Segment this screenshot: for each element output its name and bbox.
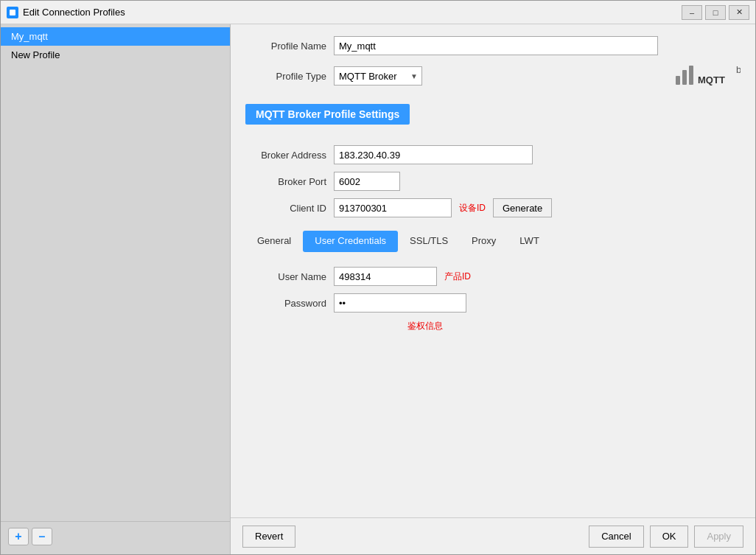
username-row: User Name 产品ID [245,267,741,286]
profile-name-input[interactable] [334,36,658,55]
client-id-input[interactable] [334,198,452,217]
generate-button[interactable]: Generate [493,198,552,217]
profile-type-label: Profile Type [245,71,334,82]
main-content: My_mqtt New Profile + – Profile Name [1,24,755,554]
profile-type-wrapper: MQTT Broker MQTT Client ▼ [334,66,422,85]
sidebar-item-my-mqtt[interactable]: My_mqtt [1,27,230,46]
profile-type-row: Profile Type MQTT Broker MQTT Client ▼ [245,63,741,89]
close-button[interactable]: ✕ [729,5,749,20]
broker-address-row: Broker Address [245,145,741,164]
minimize-button[interactable]: – [682,5,702,20]
add-profile-button[interactable]: + [8,528,29,545]
password-label: Password [245,298,334,309]
broker-port-row: Broker Port [245,172,741,191]
sidebar-footer: + – [1,521,230,551]
tab-user-credentials[interactable]: User Credentials [303,231,398,252]
svg-rect-1 [682,70,687,85]
tab-general[interactable]: General [245,231,303,252]
right-panel-wrapper: Profile Name Profile Type MQTT Broker MQ… [231,24,755,554]
profile-type-select[interactable]: MQTT Broker MQTT Client [334,66,422,85]
ok-button[interactable]: OK [650,526,689,548]
apply-button[interactable]: Apply [694,526,743,548]
password-annotation: 鉴权信息 [407,320,443,332]
type-and-logo: MQTT Broker MQTT Client ▼ [334,63,741,89]
svg-rect-0 [676,76,680,85]
broker-port-label: Broker Port [245,176,334,187]
mqtt-logo-svg: MQTT box [674,63,741,89]
maximize-button[interactable]: □ [705,5,726,20]
password-input[interactable] [334,293,466,313]
tab-lwt[interactable]: LWT [508,231,550,252]
tabs-row: General User Credentials SSL/TLS Proxy L… [245,231,741,252]
window-title: Edit Connection Profiles [23,7,125,18]
client-id-row: Client ID 设备ID Generate [245,198,741,217]
bottom-bar: Revert Cancel OK Apply [231,517,755,554]
titlebar: Edit Connection Profiles – □ ✕ [1,1,755,24]
broker-address-label: Broker Address [245,150,334,161]
main-window: Edit Connection Profiles – □ ✕ My_mqtt N… [0,0,756,555]
username-input[interactable] [334,267,437,286]
revert-button[interactable]: Revert [242,526,295,548]
remove-profile-button[interactable]: – [32,528,52,545]
password-annotation-row: 鉴权信息 [245,320,741,332]
titlebar-left: Edit Connection Profiles [7,7,125,18]
svg-rect-2 [689,66,693,85]
bottom-left: Revert [242,526,295,548]
app-icon [7,7,18,18]
svg-text:MQTT: MQTT [698,74,725,85]
username-label: User Name [245,271,334,282]
sidebar-items: My_mqtt New Profile [1,27,230,521]
cancel-button[interactable]: Cancel [589,526,643,548]
broker-address-input[interactable] [334,145,533,164]
client-id-label: Client ID [245,203,334,214]
right-panel: Profile Name Profile Type MQTT Broker MQ… [231,24,755,517]
mqtt-logo: MQTT box [422,63,741,89]
client-id-annotation: 设备ID [459,202,486,214]
section-header-wrapper: MQTT Broker Profile Settings [245,100,741,136]
broker-port-input[interactable] [334,172,400,191]
profile-name-label: Profile Name [245,41,334,52]
username-annotation: 产品ID [444,270,471,283]
window-controls: – □ ✕ [682,5,749,20]
sidebar-item-new-profile[interactable]: New Profile [1,46,230,64]
section-header: MQTT Broker Profile Settings [245,104,410,125]
tab-proxy[interactable]: Proxy [460,231,508,252]
tab-ssl-tls[interactable]: SSL/TLS [398,231,460,252]
credentials-section: User Name 产品ID Password 鉴权信息 [245,267,741,340]
svg-text:box: box [736,64,741,75]
sidebar: My_mqtt New Profile + – [1,24,231,554]
bottom-right: Cancel OK Apply [589,526,743,548]
password-row: Password [245,293,741,313]
profile-name-row: Profile Name [245,36,741,55]
